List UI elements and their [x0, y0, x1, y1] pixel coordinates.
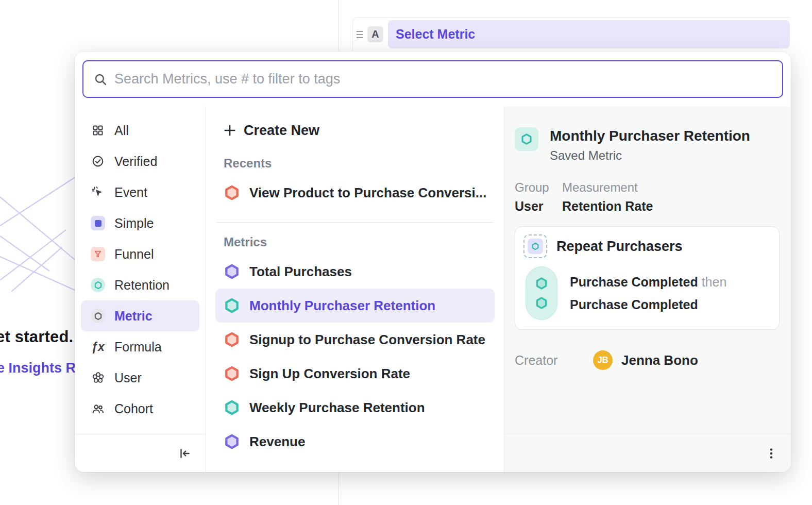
metric-row-label: Revenue	[249, 434, 305, 450]
sidebar-item-verified[interactable]: Verified	[81, 146, 199, 177]
group-value: User	[515, 199, 562, 214]
sidebar-item-label: Verified	[114, 154, 157, 169]
grid-icon	[90, 123, 106, 138]
sidebar-item-all[interactable]: All	[81, 115, 199, 146]
recents-header: Recents	[224, 156, 495, 171]
get-started-text: et started.	[0, 328, 73, 346]
metric-row-label: Monthly Purchaser Retention	[249, 298, 435, 314]
retention-metric-icon	[515, 127, 538, 151]
sidebar-item-label: Formula	[114, 340, 162, 355]
preview-title: Monthly Purchaser Retention	[550, 127, 750, 145]
select-metric-button[interactable]: Select Metric	[388, 20, 790, 48]
sidebar-item-funnel[interactable]: Funnel	[81, 239, 199, 270]
select-metric-bar: A Select Metric	[352, 17, 790, 51]
select-metric-label: Select Metric	[396, 27, 475, 42]
retention-icon	[90, 277, 106, 293]
metric-row-label: Weekly Purchase Retention	[249, 400, 425, 416]
create-new-label: Create New	[244, 123, 319, 139]
metric-row-signup-to-purchase-conversion[interactable]: Signup to Purchase Conversion Rate	[215, 323, 495, 357]
metric-row-weekly-purchase-retention[interactable]: Weekly Purchase Retention	[215, 391, 495, 425]
sidebar-item-event[interactable]: Event	[81, 177, 199, 208]
more-options-kebab-icon[interactable]	[765, 447, 777, 460]
creator-avatar: JB	[593, 350, 613, 370]
step-1: Purchase Completed then	[570, 274, 726, 290]
sidebar-item-simple[interactable]: Simple	[81, 208, 199, 239]
series-a-badge[interactable]: A	[367, 26, 383, 42]
sidebar-item-metric[interactable]: Metric	[81, 300, 199, 331]
sidebar-item-formula[interactable]: ƒx Formula	[81, 331, 199, 362]
step-hexagon-icon	[535, 277, 548, 290]
cohort-dashed-icon	[523, 234, 547, 258]
cohort-people-icon	[90, 401, 106, 416]
collapse-sidebar-icon[interactable]	[178, 447, 191, 460]
retention-steps-pill	[526, 266, 557, 320]
sidebar-item-label: Retention	[114, 278, 170, 293]
metric-row-total-purchases[interactable]: Total Purchases	[215, 255, 495, 289]
modal-body: All Verified	[75, 107, 791, 472]
list-divider	[216, 222, 494, 223]
creator-label: Creator	[515, 353, 593, 368]
funnel-metric-icon	[224, 331, 240, 348]
metric-row-label: Total Purchases	[249, 264, 352, 280]
sidebar-item-label: Cohort	[114, 401, 153, 416]
group-label: Group	[515, 180, 562, 195]
metric-row-revenue[interactable]: Revenue	[215, 425, 495, 459]
recent-item-label: View Product to Purchase Conversi...	[249, 185, 486, 201]
drag-handle-icon[interactable]	[355, 31, 364, 38]
verified-badge-icon	[90, 154, 106, 169]
sidebar-item-user[interactable]: User	[81, 362, 199, 393]
sidebar-item-cohort[interactable]: Cohort	[81, 393, 199, 424]
sidebar-item-label: Funnel	[114, 247, 154, 262]
simple-metric-icon	[90, 215, 106, 231]
event-cursor-icon	[90, 184, 106, 200]
creator-name: Jenna Bono	[621, 352, 698, 368]
recent-item[interactable]: View Product to Purchase Conversi...	[215, 176, 495, 210]
metric-list-column: Create New Recents View Product to Purch…	[206, 107, 504, 472]
search-input[interactable]	[114, 71, 772, 87]
metric-definition-card: Repeat Purchasers Purchase Completed the…	[515, 226, 780, 330]
retention-metric-icon	[224, 297, 240, 314]
sidebar-footer	[75, 434, 206, 472]
sidebar-item-label: Event	[114, 185, 147, 200]
metric-row-sign-up-conversion-rate[interactable]: Sign Up Conversion Rate	[215, 357, 495, 391]
sidebar-item-label: Simple	[114, 216, 154, 231]
metric-hexagon-icon	[90, 308, 106, 324]
insights-report-link[interactable]: e Insights Re	[0, 360, 83, 376]
preview-footer	[504, 434, 791, 472]
metric-row-monthly-purchaser-retention[interactable]: Monthly Purchaser Retention	[215, 289, 495, 323]
step-2: Purchase Completed	[570, 297, 726, 312]
preview-subtitle: Saved Metric	[550, 148, 750, 163]
create-new-button[interactable]: Create New	[215, 117, 495, 144]
search-bar	[82, 60, 783, 98]
plus-icon	[224, 124, 236, 137]
funnel-icon	[90, 246, 106, 262]
metrics-header: Metrics	[224, 235, 495, 249]
sidebar-item-label: All	[114, 123, 129, 138]
step-hexagon-icon	[535, 296, 548, 310]
metric-picker-modal: All Verified	[75, 52, 791, 472]
simple-metric-icon	[224, 263, 240, 280]
filter-sidebar: All Verified	[75, 107, 206, 472]
formula-fx-icon: ƒx	[90, 339, 106, 355]
metric-row-label: Signup to Purchase Conversion Rate	[249, 332, 485, 348]
user-flower-icon	[90, 370, 106, 385]
funnel-metric-icon	[224, 365, 240, 382]
card-title: Repeat Purchasers	[556, 239, 683, 255]
sidebar-item-label: User	[114, 371, 142, 385]
simple-metric-icon	[224, 433, 240, 450]
metric-preview-panel: Monthly Purchaser Retention Saved Metric…	[504, 107, 791, 472]
search-icon	[94, 73, 107, 86]
measurement-value: Retention Rate	[562, 199, 780, 214]
metric-row-label: Sign Up Conversion Rate	[249, 366, 410, 382]
measurement-label: Measurement	[562, 180, 780, 195]
sidebar-item-retention[interactable]: Retention	[81, 270, 199, 300]
sidebar-item-label: Metric	[114, 309, 153, 324]
funnel-metric-icon	[224, 184, 240, 201]
retention-metric-icon	[224, 399, 240, 416]
